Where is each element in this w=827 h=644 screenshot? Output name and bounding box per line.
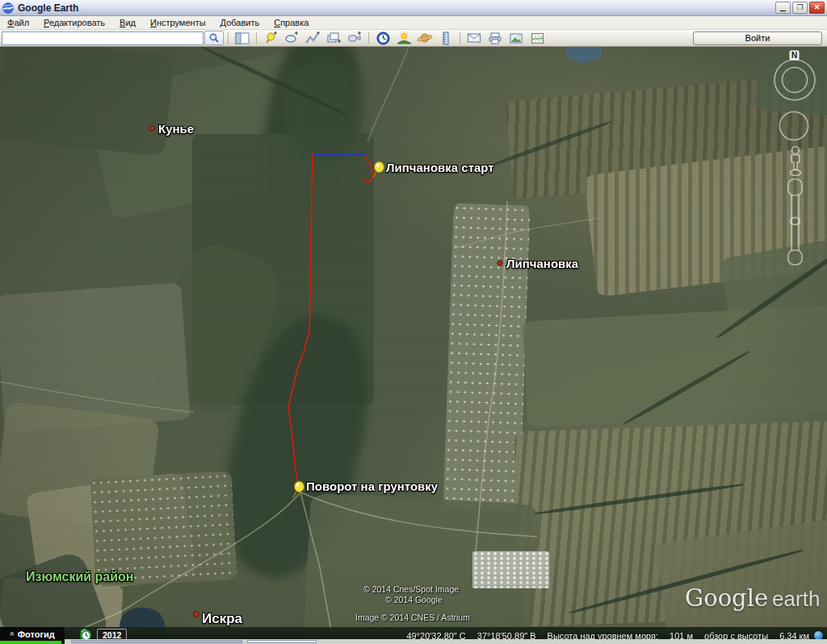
placemark-dot-iskra[interactable] [194, 612, 199, 617]
compass-north-label: N [791, 51, 797, 60]
window-bottom-border [65, 639, 827, 644]
planets-saturn-icon [417, 31, 433, 44]
copyright-line-2: © 2014 Google [385, 595, 443, 604]
zoom-out-button[interactable] [788, 250, 802, 265]
menu-add[interactable]: Добавить [213, 17, 267, 28]
menu-view[interactable]: Вид [112, 17, 143, 28]
minimize-button[interactable]: ▁ [775, 2, 791, 14]
record-tour-icon [347, 31, 362, 44]
sidebar-toggle-button[interactable] [233, 31, 252, 45]
toolbar: Войти [0, 30, 827, 47]
print-button[interactable] [485, 31, 505, 45]
photo-guide-label: Фотогид [18, 629, 55, 639]
save-image-button[interactable] [506, 31, 526, 45]
watermark-google: Google [685, 584, 768, 612]
zoom-in-button[interactable] [788, 179, 802, 195]
placemark-label-iskra[interactable]: Искра [202, 611, 242, 627]
status-bar: » Фотогид 2012 49°20'32.80" С 37°18'50.8… [0, 627, 827, 644]
streaming-progress-bar [0, 641, 61, 644]
email-icon [467, 32, 481, 44]
toolbar-separator [228, 32, 229, 44]
copyright-line-3: Image © 2014 CNES / Astrium [355, 613, 470, 622]
track-red-path[interactable] [288, 154, 313, 487]
track-blue-segment[interactable] [313, 154, 365, 155]
chevron-up-icon: » [7, 632, 16, 637]
placemark-label-kunye[interactable]: Кунье [158, 122, 194, 136]
photo-guide-toggle[interactable]: » Фотогид [0, 627, 65, 641]
menu-help[interactable]: Справка [267, 17, 316, 28]
placemark-label-povorot[interactable]: Поворот на грунтовку [306, 479, 438, 493]
search-icon [208, 32, 220, 44]
historical-imagery-clock-icon [376, 31, 390, 45]
menu-file[interactable]: Файл [0, 17, 36, 28]
look-joystick[interactable] [775, 60, 815, 100]
add-path-button[interactable] [303, 31, 322, 45]
map-overlay: N [0, 47, 827, 644]
copyright-line-1: © 2014 Cnes/Spot Image [363, 584, 459, 594]
planets-button[interactable] [415, 31, 434, 45]
zoom-slider[interactable] [788, 179, 802, 265]
google-earth-watermark: Googleearth [685, 584, 820, 612]
ruler-icon [441, 31, 451, 45]
region-label-izyumskiy-rayon: Изюмский район [26, 570, 134, 584]
email-button[interactable] [464, 31, 484, 45]
toolbar-separator [256, 32, 257, 44]
google-earth-app-icon [2, 2, 14, 14]
navigation-controls [775, 50, 815, 265]
bottom-border-segment [71, 640, 242, 643]
historical-imagery-button[interactable] [373, 31, 393, 45]
menu-edit[interactable]: Редактировать [36, 17, 112, 28]
add-image-overlay-button[interactable] [324, 31, 343, 45]
save-image-icon [509, 32, 523, 44]
add-placemark-button[interactable] [261, 31, 280, 45]
bottom-border-segment [247, 640, 317, 643]
menu-bar: Файл Редактировать Вид Инструменты Добав… [0, 16, 827, 30]
placemark-label-lipchanovka-start[interactable]: Липчановка старт [386, 161, 494, 174]
sunlight-button[interactable] [394, 31, 414, 45]
sign-in-button[interactable]: Войти [693, 31, 822, 45]
search-input[interactable] [2, 31, 204, 45]
move-joystick[interactable] [780, 112, 808, 140]
placemark-pin-lipchanovka-start[interactable] [373, 161, 384, 178]
add-polygon-button[interactable] [282, 31, 301, 45]
pegman-icon[interactable] [791, 147, 801, 176]
record-tour-button[interactable] [345, 31, 364, 45]
ruler-button[interactable] [436, 31, 455, 45]
add-placemark-icon [263, 31, 278, 44]
search-button[interactable] [204, 31, 224, 45]
window-title: Google Earth [18, 2, 774, 14]
toolbar-separator [368, 32, 369, 44]
add-image-overlay-icon [326, 31, 341, 44]
print-icon [488, 31, 502, 44]
view-in-maps-button[interactable] [527, 31, 547, 45]
map-viewport[interactable]: N Кунье Липчановка старт Липчановка Пово… [0, 47, 827, 644]
add-path-icon [305, 31, 320, 44]
toolbar-separator [460, 32, 460, 44]
track-red-hook[interactable] [364, 157, 372, 182]
menu-tools[interactable]: Инструменты [143, 17, 213, 28]
placemark-dot-kunye[interactable] [149, 126, 154, 131]
sidebar-icon [235, 32, 250, 44]
add-polygon-icon [284, 31, 299, 44]
watermark-earth: earth [772, 587, 820, 611]
road-lines [0, 47, 599, 644]
close-button[interactable]: ✕ [809, 2, 825, 14]
view-in-google-maps-icon [531, 32, 544, 44]
placemark-label-lipchanovka[interactable]: Липчановка [506, 257, 578, 270]
placemark-dot-lipchanovka[interactable] [497, 261, 502, 266]
sunlight-icon [397, 31, 412, 44]
restore-button[interactable]: ❐ [792, 2, 808, 14]
title-bar: Google Earth ▁ ❐ ✕ [0, 0, 827, 16]
